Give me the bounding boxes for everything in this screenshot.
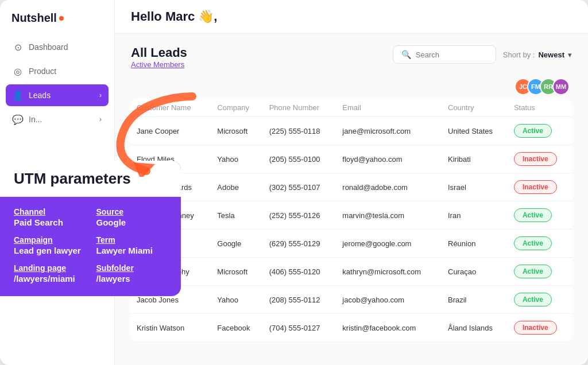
status-badge: Active [514, 124, 552, 138]
utm-field-label: Landing page [14, 263, 85, 273]
logo: Nutshell [0, 11, 114, 36]
top-bar: Hello Marc 👋, [115, 0, 588, 34]
cell-status: Active [508, 258, 572, 286]
cell-email: floyd@yahoo.com [336, 145, 442, 173]
cell-company: Yahoo [211, 145, 263, 173]
cell-company: Google [211, 230, 263, 258]
leads-section: All Leads Active Members 🔍 Short by : Ne… [115, 34, 588, 365]
cell-company: Yahoo [211, 286, 263, 314]
inbox-icon: 💬 [13, 114, 23, 125]
cell-email: jane@microsoft.com [336, 117, 442, 145]
table-row[interactable]: Jerome Bell Google (629) 555-0129 jerome… [131, 230, 572, 258]
sort-label: Short by : [503, 51, 535, 59]
cell-email: kathryn@microsoft.com [336, 258, 442, 286]
table-row[interactable]: Kathryn Murphy Microsoft (406) 555-0120 … [131, 258, 572, 286]
cell-status: Active [508, 230, 572, 258]
utm-field: Channel Paid Search [14, 207, 85, 227]
sort-value: Newest [538, 51, 564, 59]
cell-phone: (205) 555-0100 [264, 145, 337, 173]
cell-status: Inactive [508, 314, 572, 342]
cell-phone: (302) 555-0107 [264, 173, 337, 201]
col-status: Status [508, 99, 572, 117]
utm-field: Term Lawyer Miami [96, 235, 168, 255]
sort-control[interactable]: Short by : Newest ▾ [503, 51, 572, 59]
cell-email: ronald@adobe.com [336, 173, 442, 201]
cell-email: jerome@google.com [336, 230, 442, 258]
search-box: 🔍 [393, 45, 496, 64]
leads-title: All Leads [131, 45, 187, 60]
sidebar-item-inbox[interactable]: 💬 In... › [6, 108, 109, 130]
status-badge: Active [514, 208, 552, 222]
table-body: Jane Cooper Microsoft (225) 555-0118 jan… [131, 117, 572, 342]
cell-status: Active [508, 117, 572, 145]
cell-company: Tesla [211, 201, 263, 230]
utm-field: Subfolder /lawyers [96, 263, 168, 284]
cell-phone: (252) 555-0126 [264, 201, 337, 230]
status-badge: Active [514, 293, 552, 306]
utm-field-label: Campaign [14, 235, 85, 244]
cell-country: Réunion [442, 230, 508, 258]
dashboard-icon: ⊙ [13, 42, 23, 52]
cell-phone: (704) 555-0127 [264, 314, 337, 342]
utm-field-value: Paid Search [14, 218, 85, 227]
table-row[interactable]: Ronald Richards Adobe (302) 555-0107 ron… [131, 173, 572, 201]
cell-company: Facebook [211, 314, 263, 342]
leads-icon: 👤 [13, 90, 23, 100]
greeting: Hello Marc 👋, [131, 9, 217, 24]
cell-email: jacob@yahoo.com [336, 286, 442, 314]
app-container: Nutshell ⊙ Dashboard ◎ Product 👤 Leads ›… [0, 0, 588, 365]
col-country: Country [442, 99, 508, 117]
chevron-right-icon: › [99, 91, 102, 99]
utm-field-label: Source [96, 207, 168, 216]
sidebar-item-product[interactable]: ◎ Product [6, 60, 109, 82]
utm-field-label: Term [96, 235, 168, 244]
utm-field-value: /lawyers [96, 274, 168, 284]
status-badge: Active [514, 265, 552, 278]
sidebar-label-leads: Leads [29, 91, 51, 100]
cell-email: marvin@tesla.com [336, 201, 442, 230]
main-content: Hello Marc 👋, All Leads Active Members 🔍… [115, 0, 588, 365]
status-badge: Inactive [514, 321, 557, 335]
sidebar-item-dashboard[interactable]: ⊙ Dashboard [6, 36, 109, 58]
cell-status: Active [508, 201, 572, 230]
cell-company: Adobe [211, 173, 263, 201]
cell-country: Curaçao [442, 258, 508, 286]
cell-country: United States [442, 117, 508, 145]
cell-country: Brazil [442, 286, 508, 314]
table-row[interactable]: Floyd Miles Yahoo (205) 555-0100 floyd@y… [131, 145, 572, 173]
sidebar-label-dashboard: Dashboard [29, 42, 68, 52]
search-input[interactable] [416, 51, 488, 59]
table-row[interactable]: Kristin Watson Facebook (704) 555-0127 k… [131, 314, 572, 342]
table-header-row: Customer Name Company Phone Number Email… [131, 99, 572, 117]
cell-company: Microsoft [211, 258, 263, 286]
status-badge: Inactive [514, 180, 557, 194]
utm-field-value: Lead gen lawyer [14, 246, 85, 255]
chevron-right-icon2: › [99, 115, 102, 123]
cell-country: Iran [442, 201, 508, 230]
cell-company: Microsoft [211, 117, 263, 145]
table-row[interactable]: Jane Cooper Microsoft (225) 555-0118 jan… [131, 117, 572, 145]
cell-phone: (208) 555-0112 [264, 286, 337, 314]
leads-header: All Leads Active Members 🔍 Short by : Ne… [131, 45, 572, 69]
cell-status: Inactive [508, 145, 572, 173]
table-row[interactable]: Marvin McKinney Tesla (252) 555-0126 mar… [131, 201, 572, 230]
utm-field: Campaign Lead gen lawyer [14, 235, 85, 255]
cell-status: Active [508, 286, 572, 314]
avatar: MM [552, 78, 570, 95]
cell-status: Inactive [508, 173, 572, 201]
cell-country: Israel [442, 173, 508, 201]
active-members-link[interactable]: Active Members [131, 60, 187, 69]
utm-grid: Channel Paid Search Source Google Campai… [14, 207, 167, 284]
sidebar-item-leads[interactable]: 👤 Leads › [6, 84, 109, 106]
utm-field-label: Channel [14, 207, 85, 216]
utm-field-value: Lawyer Miami [96, 246, 168, 255]
col-company: Company [211, 99, 263, 117]
logo-text: Nutshell [11, 11, 57, 25]
leads-controls: 🔍 Short by : Newest ▾ [393, 45, 572, 64]
table-row[interactable]: Jacob Jones Yahoo (208) 555-0112 jacob@y… [131, 286, 572, 314]
cell-name: Jane Cooper [131, 117, 211, 145]
cell-phone: (406) 555-0120 [264, 258, 337, 286]
utm-field: Landing page /lawyers/miami [14, 263, 85, 284]
status-badge: Active [514, 236, 552, 250]
logo-dot [59, 16, 64, 21]
